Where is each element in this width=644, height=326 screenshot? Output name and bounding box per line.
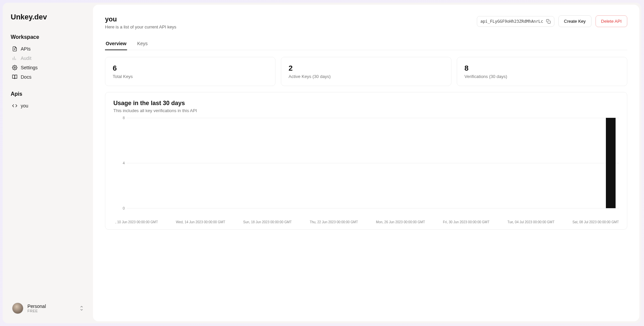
svg-point-5 bbox=[14, 67, 15, 68]
sidebar-item-audit: Audit bbox=[11, 54, 85, 63]
chart-card: Usage in the last 30 days This includes … bbox=[105, 92, 627, 230]
stat-value: 2 bbox=[289, 64, 444, 73]
copy-icon[interactable] bbox=[546, 19, 551, 24]
chart-x-tick: Thu, 22 Jun 2023 00:00:00 GMT bbox=[310, 220, 358, 224]
workspace-plan: FREE bbox=[27, 309, 76, 313]
chart-y-tick: 8 bbox=[119, 116, 125, 120]
chart-x-tick: Sat, 08 Jul 2023 00:00:00 GMT bbox=[572, 220, 619, 224]
app-shell: Unkey.dev Workspace APIs Audit Settings bbox=[3, 3, 641, 323]
tabs: Overview Keys bbox=[105, 37, 627, 50]
svg-rect-6 bbox=[548, 21, 550, 23]
chart-gridline bbox=[127, 208, 619, 209]
stat-label: Verifications (30 days) bbox=[464, 74, 620, 79]
avatar bbox=[12, 303, 23, 314]
chart-gridline bbox=[127, 163, 619, 163]
chart-plot: 048 bbox=[127, 118, 619, 208]
api-id-box[interactable]: api_FLyGGF9oHh23ZRdMhAnrLc bbox=[477, 16, 554, 27]
chart-x-tick: Tue, 04 Jul 2023 00:00:00 GMT bbox=[507, 220, 554, 224]
sidebar-item-apis[interactable]: APIs bbox=[11, 44, 85, 54]
sidebar-item-label: Audit bbox=[21, 56, 31, 61]
workspace-name: Personal bbox=[27, 304, 76, 309]
chart-x-tick: , 10 Jun 2023 00:00:00 GMT bbox=[115, 220, 158, 224]
sidebar-item-label: Docs bbox=[21, 74, 31, 80]
sidebar-api-item-you[interactable]: you bbox=[11, 101, 85, 110]
page-header: you Here is a list of your current API k… bbox=[105, 15, 627, 29]
workspace-switcher-text: Personal FREE bbox=[27, 304, 76, 313]
tab-keys[interactable]: Keys bbox=[136, 37, 148, 50]
chart-y-tick: 4 bbox=[119, 161, 125, 165]
stats-row: 6 Total Keys 2 Active Keys (30 days) 8 V… bbox=[105, 57, 627, 86]
code-icon bbox=[12, 103, 17, 108]
chart-subtitle: This includes all key verifications in t… bbox=[113, 108, 619, 113]
sidebar-item-label: Settings bbox=[21, 65, 38, 70]
chart-area: 048 bbox=[113, 118, 619, 218]
main-content: you Here is a list of your current API k… bbox=[93, 5, 639, 321]
stat-verifications: 8 Verifications (30 days) bbox=[457, 57, 627, 86]
page-header-text: you Here is a list of your current API k… bbox=[105, 15, 176, 29]
chart-x-tick: Wed, 14 Jun 2023 00:00:00 GMT bbox=[176, 220, 225, 224]
header-actions: api_FLyGGF9oHh23ZRdMhAnrLc Create Key De… bbox=[477, 15, 627, 27]
workspace-switcher[interactable]: Personal FREE bbox=[11, 300, 85, 317]
stat-value: 6 bbox=[113, 64, 268, 73]
chart-y-tick: 0 bbox=[119, 206, 125, 210]
chart-bar bbox=[606, 118, 616, 208]
file-icon bbox=[12, 46, 17, 52]
tab-overview[interactable]: Overview bbox=[105, 37, 127, 50]
sidebar-section-apis: Apis bbox=[11, 91, 85, 97]
api-id-text: api_FLyGGF9oHh23ZRdMhAnrLc bbox=[480, 19, 543, 24]
stat-label: Active Keys (30 days) bbox=[289, 74, 444, 79]
chart-x-labels: , 10 Jun 2023 00:00:00 GMTWed, 14 Jun 20… bbox=[113, 220, 619, 224]
sidebar-item-label: you bbox=[21, 103, 28, 108]
chart-icon bbox=[12, 56, 17, 61]
sidebar: Unkey.dev Workspace APIs Audit Settings bbox=[3, 3, 93, 323]
page-subtitle: Here is a list of your current API keys bbox=[105, 24, 176, 29]
page-title: you bbox=[105, 15, 176, 23]
stat-active-keys: 2 Active Keys (30 days) bbox=[281, 57, 451, 86]
create-key-button[interactable]: Create Key bbox=[558, 15, 592, 27]
stat-total-keys: 6 Total Keys bbox=[105, 57, 276, 86]
sidebar-item-settings[interactable]: Settings bbox=[11, 63, 85, 72]
chevron-up-down-icon bbox=[80, 306, 84, 311]
chart-x-tick: Mon, 26 Jun 2023 00:00:00 GMT bbox=[376, 220, 425, 224]
book-icon bbox=[12, 74, 17, 80]
chart-x-tick: Fri, 30 Jun 2023 00:00:00 GMT bbox=[443, 220, 490, 224]
delete-api-button[interactable]: Delete API bbox=[596, 15, 627, 27]
chart-gridline bbox=[127, 118, 619, 118]
sidebar-section-workspace: Workspace bbox=[11, 34, 85, 40]
sidebar-item-label: APIs bbox=[21, 46, 31, 52]
chart-x-tick: Sun, 18 Jun 2023 00:00:00 GMT bbox=[243, 220, 292, 224]
chart-title: Usage in the last 30 days bbox=[113, 100, 619, 107]
sidebar-item-docs[interactable]: Docs bbox=[11, 72, 85, 82]
gear-icon bbox=[12, 65, 17, 70]
logo[interactable]: Unkey.dev bbox=[11, 13, 85, 21]
stat-label: Total Keys bbox=[113, 74, 268, 79]
stat-value: 8 bbox=[464, 64, 620, 73]
